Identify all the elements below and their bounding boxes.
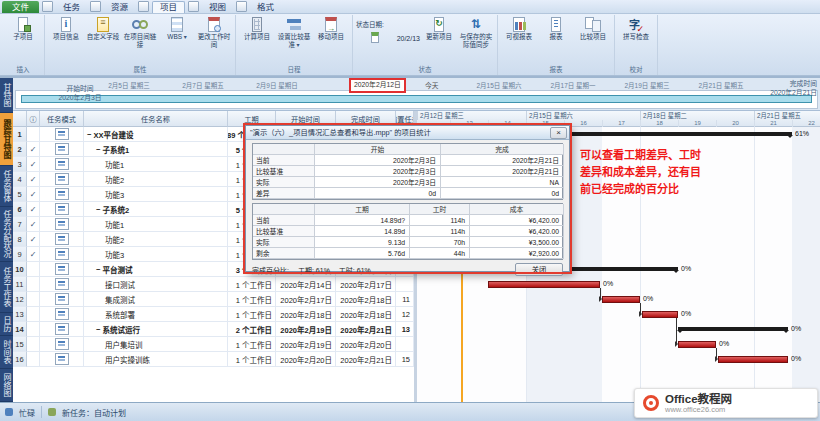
dialog-title-bar[interactable]: "演示（六）_项目情况汇总查看和导出.mpp" 的项目统计 × — [246, 126, 569, 140]
task-bar[interactable] — [488, 281, 600, 288]
row-number-cell[interactable]: 12 — [13, 292, 27, 307]
duration-cell[interactable]: 1 个工作日 — [228, 337, 276, 352]
ribbon-button-calculate-project[interactable]: 计算项目 — [239, 15, 275, 41]
task-name-cell[interactable]: 用户实操训练 — [84, 352, 228, 367]
close-icon[interactable]: × — [550, 127, 567, 139]
close-button[interactable]: 关闭 — [515, 263, 563, 276]
task-name-cell[interactable]: −系统试运行 — [84, 322, 228, 337]
ribbon-button-sync-actuals[interactable]: 与保存的实际值同步 — [458, 15, 494, 49]
row-number-cell[interactable]: 8 — [13, 232, 27, 247]
column-header[interactable]: 任务模式 — [40, 111, 84, 127]
tab-view[interactable]: 视图 — [202, 1, 233, 13]
task-mode-cell[interactable] — [40, 127, 84, 142]
table-row[interactable]: 15用户集培训1 个工作日2020年2月19日2020年2月20日 — [13, 337, 414, 352]
task-mode-cell[interactable] — [40, 172, 84, 187]
ribbon-button-update-project[interactable]: 更新项目 — [421, 15, 457, 41]
task-name-cell[interactable]: 功能1 — [84, 217, 228, 232]
task-mode-cell[interactable] — [40, 232, 84, 247]
start-cell[interactable]: 2020年2月20日 — [276, 352, 336, 367]
start-cell[interactable]: 2020年2月18日 — [276, 307, 336, 322]
finish-cell[interactable]: 2020年2月18日 — [336, 292, 396, 307]
predecessor-cell[interactable] — [396, 277, 414, 292]
row-number-cell[interactable]: 7 — [13, 217, 27, 232]
column-header[interactable]: 任务名称 — [84, 111, 228, 127]
duration-cell[interactable]: 1 个工作日 — [228, 292, 276, 307]
task-mode-cell[interactable] — [40, 202, 84, 217]
predecessor-cell[interactable]: 12 — [396, 307, 414, 322]
task-name-cell[interactable]: 功能2 — [84, 232, 228, 247]
ribbon-button-set-baseline[interactable]: 设置比较基准 ▾ — [276, 15, 312, 49]
task-bar[interactable] — [718, 356, 788, 363]
task-mode-cell[interactable] — [40, 352, 84, 367]
row-number-cell[interactable]: 13 — [13, 307, 27, 322]
view-bar-item-network[interactable]: 网络图 — [0, 369, 13, 401]
ribbon-button-wbs[interactable]: WBS ▾ — [159, 15, 195, 41]
task-bar[interactable] — [678, 341, 716, 348]
row-number-cell[interactable]: 14 — [13, 322, 27, 337]
row-number-cell[interactable]: 3 — [13, 157, 27, 172]
view-bar-item-task-form[interactable]: 任务窗体 — [0, 166, 13, 206]
finish-cell[interactable]: 2020年2月20日 — [336, 337, 396, 352]
view-bar-item-gantt[interactable]: 甘特图 — [0, 78, 13, 112]
task-bar[interactable] — [642, 311, 678, 318]
ribbon-button-move-project[interactable]: 移动项目 — [313, 15, 349, 41]
tab-file[interactable]: 文件 — [2, 1, 39, 13]
row-number-cell[interactable]: 15 — [13, 337, 27, 352]
ribbon-button-visual-reports[interactable]: 可视报表 — [501, 15, 537, 41]
start-cell[interactable]: 2020年2月14日 — [276, 277, 336, 292]
tab-tasks[interactable]: 任务 — [56, 1, 87, 13]
timeline-view[interactable]: 2月5日 星期三2月7日 星期五2月9日 星期日2月15日 星期六2月17日 星… — [13, 78, 820, 111]
task-name-cell[interactable]: 功能3 — [84, 247, 228, 262]
table-row[interactable]: 13系统部署1 个工作日2020年2月18日2020年2月18日12 — [13, 307, 414, 322]
task-mode-cell[interactable] — [40, 262, 84, 277]
table-row[interactable]: 16用户实操训练1 个工作日2020年2月20日2020年2月21日15 — [13, 352, 414, 367]
collapse-icon[interactable]: − — [96, 325, 100, 334]
column-header[interactable] — [13, 111, 27, 127]
predecessor-cell[interactable]: 15 — [396, 352, 414, 367]
finish-cell[interactable]: 2020年2月17日 — [336, 277, 396, 292]
row-number-cell[interactable]: 10 — [13, 262, 27, 277]
ribbon-button-spelling[interactable]: 拼写检查 — [618, 15, 654, 41]
task-mode-cell[interactable] — [40, 157, 84, 172]
table-row[interactable]: 14−系统试运行2 个工作日2020年2月19日2020年2月21日13 — [13, 322, 414, 337]
ribbon-button-custom-fields[interactable]: 自定义字段 — [85, 15, 121, 41]
view-bar-item-task-sheet[interactable]: 任务工作表 — [0, 262, 13, 312]
task-mode-cell[interactable] — [40, 292, 84, 307]
row-number-cell[interactable]: 4 — [13, 172, 27, 187]
task-name-cell[interactable]: −子系统2 — [84, 202, 228, 217]
task-name-cell[interactable]: −XX平台建设 — [84, 127, 228, 142]
row-number-cell[interactable]: 9 — [13, 247, 27, 262]
task-mode-cell[interactable] — [40, 217, 84, 232]
ribbon-button-compare-projects[interactable]: 比较项目 — [575, 15, 611, 41]
duration-cell[interactable]: 1 个工作日 — [228, 352, 276, 367]
tab-resources[interactable]: 资源 — [104, 1, 135, 13]
predecessor-cell[interactable]: 13 — [396, 322, 414, 337]
status-date-field[interactable]: 状态日期:20/2/13 — [356, 15, 420, 44]
predecessor-cell[interactable] — [396, 337, 414, 352]
row-number-cell[interactable]: 1 — [13, 127, 27, 142]
tab-project[interactable]: 项目 — [152, 1, 185, 13]
ribbon-button-link-projects[interactable]: 在项目间链接 — [122, 15, 158, 49]
view-bar-item-calendar[interactable]: 日历 — [0, 313, 13, 335]
row-number-cell[interactable]: 11 — [13, 277, 27, 292]
column-header[interactable]: ⓘ — [27, 111, 40, 127]
task-bar[interactable] — [602, 296, 640, 303]
task-name-cell[interactable]: 功能1 — [84, 157, 228, 172]
task-name-cell[interactable]: 系统部署 — [84, 307, 228, 322]
start-cell[interactable]: 2020年2月19日 — [276, 337, 336, 352]
duration-cell[interactable]: 1 个工作日 — [228, 277, 276, 292]
collapse-icon[interactable]: − — [96, 205, 100, 214]
task-mode-cell[interactable] — [40, 187, 84, 202]
task-name-cell[interactable]: 用户集培训 — [84, 337, 228, 352]
start-cell[interactable]: 2020年2月17日 — [276, 292, 336, 307]
task-name-cell[interactable]: 集成测试 — [84, 292, 228, 307]
task-mode-cell[interactable] — [40, 307, 84, 322]
table-row[interactable]: 11接口测试1 个工作日2020年2月14日2020年2月17日 — [13, 277, 414, 292]
ribbon-button-project-info[interactable]: 项目信息 — [48, 15, 84, 41]
task-name-cell[interactable]: −子系统1 — [84, 142, 228, 157]
task-name-cell[interactable]: 接口测试 — [84, 277, 228, 292]
task-name-cell[interactable]: 功能2 — [84, 172, 228, 187]
task-name-cell[interactable]: −平台测试 — [84, 262, 228, 277]
view-bar-item-timeline[interactable]: 时间表 — [0, 336, 13, 368]
duration-cell[interactable]: 2 个工作日 — [228, 322, 276, 337]
